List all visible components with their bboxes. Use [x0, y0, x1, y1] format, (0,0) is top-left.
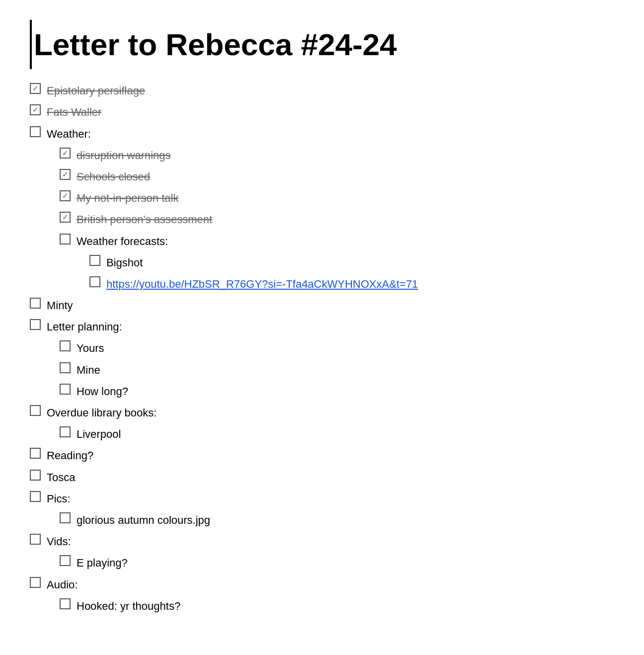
list-item-british-persons-assessment: British person's assessment: [30, 210, 614, 228]
checkbox-glorious-autumn[interactable]: [60, 512, 71, 523]
checkbox-audio[interactable]: [30, 577, 41, 588]
label-weather: Weather:: [47, 124, 91, 143]
checkbox-fats-waller[interactable]: [30, 104, 41, 115]
label-liverpool: Liverpool: [77, 424, 121, 443]
list-item-bigshot: Bigshot: [30, 253, 614, 271]
label-epistolary: Epistolary persiflage: [47, 81, 145, 99]
checkbox-how-long[interactable]: [60, 384, 71, 395]
checkbox-epistolary[interactable]: [30, 83, 41, 94]
checkbox-youtube-link[interactable]: [89, 276, 100, 287]
checkbox-not-in-person-talk[interactable]: [60, 190, 71, 201]
checkbox-bigshot[interactable]: [89, 255, 100, 266]
label-pics: Pics:: [47, 489, 71, 507]
list-item-pics: Pics:: [30, 489, 614, 507]
checkbox-british-persons-assessment[interactable]: [60, 212, 71, 223]
checkbox-minty[interactable]: [30, 298, 41, 309]
list-item-schools-closed: Schools closed: [30, 167, 614, 185]
checkbox-letter-planning[interactable]: [30, 319, 41, 330]
checkbox-e-playing[interactable]: [60, 555, 71, 566]
label-yours: Yours: [77, 338, 104, 357]
list-item-hooked-yr-thoughts: Hooked: yr thoughts?: [30, 596, 614, 615]
list-item-vids: Vids:: [30, 532, 614, 550]
label-hooked-yr-thoughts: Hooked: yr thoughts?: [77, 596, 180, 615]
label-glorious-autumn: glorious autumn colours.jpg: [77, 510, 210, 529]
list-item-minty: Minty: [30, 296, 614, 314]
label-youtube-link: https://youtu.be/HZbSR_R76GY?si=-Tfa4aCk…: [106, 274, 418, 293]
list-item-how-long: How long?: [30, 382, 614, 400]
label-audio: Audio:: [47, 575, 78, 593]
list-item-reading: Reading?: [30, 446, 614, 464]
list-item-glorious-autumn: glorious autumn colours.jpg: [30, 510, 614, 529]
list-item-fats-waller: Fats Waller: [30, 102, 614, 121]
list-item-yours: Yours: [30, 338, 614, 357]
list-item-e-playing: E playing?: [30, 553, 614, 572]
checkbox-tosca[interactable]: [30, 470, 41, 481]
checkbox-schools-closed[interactable]: [60, 169, 71, 180]
label-e-playing: E playing?: [77, 553, 128, 572]
checkbox-weather[interactable]: [30, 126, 41, 137]
list-item-liverpool: Liverpool: [30, 424, 614, 443]
checkbox-hooked-yr-thoughts[interactable]: [60, 598, 71, 609]
label-vids: Vids:: [47, 532, 71, 550]
checkbox-reading[interactable]: [30, 448, 41, 459]
label-how-long: How long?: [77, 382, 128, 400]
list-item-tosca: Tosca: [30, 468, 614, 486]
list-item-not-in-person-talk: My not-in-person talk: [30, 188, 614, 207]
link-youtube-link[interactable]: https://youtu.be/HZbSR_R76GY?si=-Tfa4aCk…: [106, 278, 418, 290]
label-schools-closed: Schools closed: [77, 167, 150, 185]
checkbox-mine[interactable]: [60, 362, 71, 373]
page-title: Letter to Rebecca #24-24: [30, 20, 614, 69]
label-tosca: Tosca: [47, 468, 75, 486]
checkbox-disruption-warnings[interactable]: [60, 148, 71, 159]
checkbox-overdue-library-books[interactable]: [30, 405, 41, 416]
checkbox-pics[interactable]: [30, 491, 41, 502]
label-letter-planning: Letter planning:: [47, 317, 122, 335]
list-item-letter-planning: Letter planning:: [30, 317, 614, 335]
checklist: Epistolary persiflageFats WallerWeather:…: [30, 81, 614, 615]
checkbox-liverpool[interactable]: [60, 426, 71, 437]
label-overdue-library-books: Overdue library books:: [47, 403, 157, 421]
list-item-epistolary: Epistolary persiflage: [30, 81, 614, 99]
list-item-audio: Audio:: [30, 575, 614, 593]
list-item-overdue-library-books: Overdue library books:: [30, 403, 614, 421]
checkbox-yours[interactable]: [60, 340, 71, 351]
label-minty: Minty: [47, 296, 73, 314]
label-weather-forecasts: Weather forecasts:: [77, 232, 168, 250]
label-british-persons-assessment: British person's assessment: [77, 210, 212, 228]
checkbox-weather-forecasts[interactable]: [60, 234, 71, 245]
label-fats-waller: Fats Waller: [47, 102, 101, 121]
label-reading: Reading?: [47, 446, 93, 464]
label-not-in-person-talk: My not-in-person talk: [77, 188, 178, 207]
label-bigshot: Bigshot: [106, 253, 143, 271]
checkbox-vids[interactable]: [30, 534, 41, 545]
list-item-youtube-link: https://youtu.be/HZbSR_R76GY?si=-Tfa4aCk…: [30, 274, 614, 293]
list-item-mine: Mine: [30, 360, 614, 379]
list-item-weather-forecasts: Weather forecasts:: [30, 232, 614, 250]
label-disruption-warnings: disruption warnings: [77, 146, 171, 164]
label-mine: Mine: [77, 360, 100, 379]
list-item-weather: Weather:: [30, 124, 614, 143]
list-item-disruption-warnings: disruption warnings: [30, 146, 614, 164]
